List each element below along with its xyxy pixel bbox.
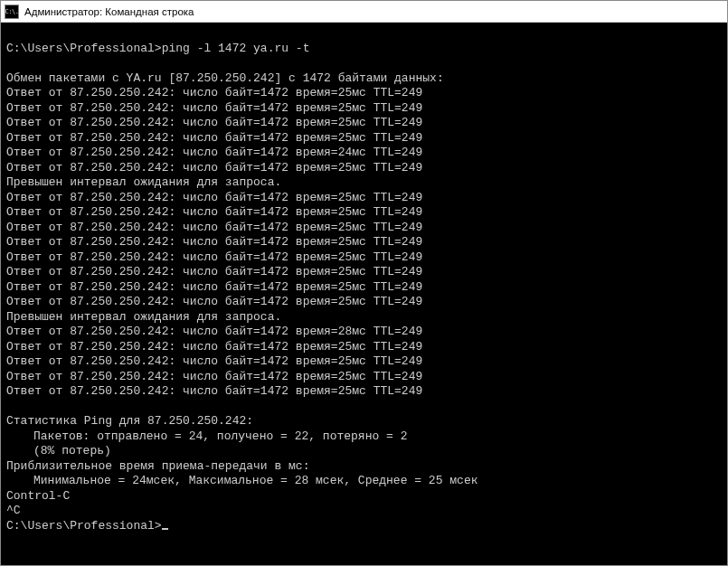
reply-line: Ответ от 87.250.250.242: число байт=1472… [6, 280, 422, 294]
reply-line: Ответ от 87.250.250.242: число байт=1472… [6, 116, 422, 129]
reply-line: Ответ от 87.250.250.242: число байт=1472… [6, 146, 422, 159]
control-c: Control-C [6, 489, 70, 503]
stats-header: Статистика Ping для 87.250.250.242: [6, 414, 253, 428]
stats-loss: (8% потерь) [6, 444, 111, 458]
caret-c: ^C [6, 504, 21, 517]
reply-line: Ответ от 87.250.250.242: число байт=1472… [6, 265, 422, 278]
reply-line: Ответ от 87.250.250.242: число байт=1472… [6, 161, 422, 175]
cmd-icon: C:\. [5, 5, 19, 19]
reply-line: Ответ от 87.250.250.242: число байт=1472… [6, 101, 422, 115]
stats-packets: Пакетов: отправлено = 24, получено = 22,… [6, 429, 407, 443]
reply-line: Ответ от 87.250.250.242: число байт=1472… [6, 325, 422, 338]
timeout-line: Превышен интервал ожидания для запроса. [6, 310, 281, 324]
window-title: Администратор: Командная строка [24, 6, 194, 17]
reply-line: Ответ от 87.250.250.242: число байт=1472… [6, 295, 422, 308]
reply-line: Ответ от 87.250.250.242: число байт=1472… [6, 354, 422, 368]
reply-line: Ответ от 87.250.250.242: число байт=1472… [6, 384, 422, 398]
reply-line: Ответ от 87.250.250.242: число байт=1472… [6, 340, 422, 354]
command-prompt-window: C:\. Администратор: Командная строка C:\… [0, 0, 728, 566]
prompt: C:\Users\Professional> [6, 42, 162, 55]
reply-line: Ответ от 87.250.250.242: число байт=1472… [6, 131, 422, 145]
console-area[interactable]: C:\Users\Professional>ping -l 1472 ya.ru… [1, 23, 727, 565]
reply-line: Ответ от 87.250.250.242: число байт=1472… [6, 191, 422, 204]
reply-line: Ответ от 87.250.250.242: число байт=1472… [6, 221, 422, 234]
reply-line: Ответ от 87.250.250.242: число байт=1472… [6, 370, 422, 383]
rtt-values: Минимальное = 24мсек, Максимальное = 28 … [6, 474, 477, 487]
reply-line: Ответ от 87.250.250.242: число байт=1472… [6, 250, 422, 264]
prompt: C:\Users\Professional> [6, 519, 162, 533]
command-input: ping -l 1472 ya.ru -t [162, 42, 310, 55]
cursor-icon [162, 528, 168, 530]
reply-line: Ответ от 87.250.250.242: число байт=1472… [6, 205, 422, 219]
rtt-header: Приблизительное время приема-передачи в … [6, 459, 309, 473]
reply-line: Ответ от 87.250.250.242: число байт=1472… [6, 86, 422, 99]
exchange-line: Обмен пакетами с YA.ru [87.250.250.242] … [6, 71, 444, 85]
timeout-line: Превышен интервал ожидания для запроса. [6, 175, 281, 189]
reply-line: Ответ от 87.250.250.242: число байт=1472… [6, 235, 422, 249]
titlebar[interactable]: C:\. Администратор: Командная строка [1, 1, 727, 23]
